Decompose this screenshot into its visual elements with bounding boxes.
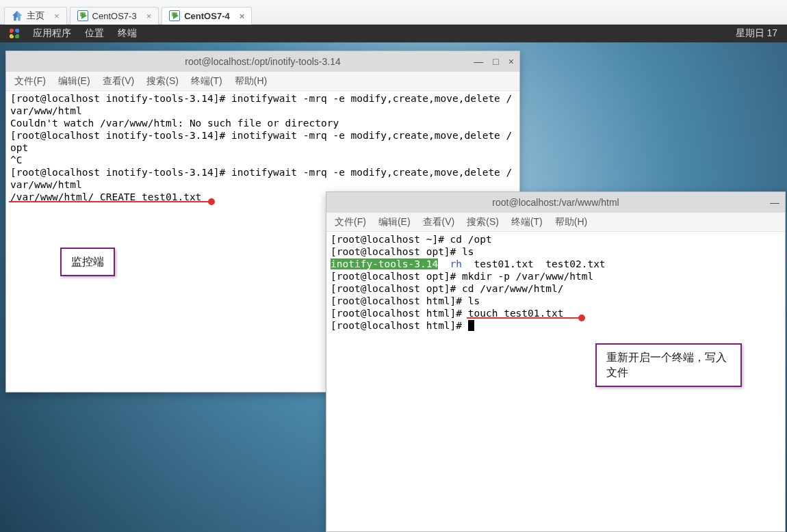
term-line: [root@localhost html]# ls <box>331 295 480 306</box>
menu-search[interactable]: 搜索(S) <box>467 216 499 228</box>
close-button[interactable]: × <box>508 56 514 67</box>
term-line: test01.txt test02.txt <box>462 258 606 269</box>
minimize-button[interactable]: — <box>770 197 779 208</box>
menu-terminal[interactable]: 终端(T) <box>511 216 543 228</box>
close-icon[interactable]: × <box>240 11 245 21</box>
annotation-underline <box>9 201 211 202</box>
desktop-top-bar: 应用程序 位置 终端 星期日 17 <box>0 25 787 42</box>
annotation-box-monitor: 监控端 <box>60 248 115 276</box>
term-line: [root@localhost inotify-tools-3.14]# ino… <box>10 130 512 153</box>
term-line: [root@localhost inotify-tools-3.14]# ino… <box>10 93 512 116</box>
annotation-text: 监控端 <box>71 256 104 267</box>
vm-tab-home[interactable]: 主页 × <box>4 7 67 25</box>
term-dir-name: rh <box>450 258 462 269</box>
menu-file[interactable]: 文件(F) <box>14 75 46 88</box>
menu-view[interactable]: 查看(V) <box>103 75 135 88</box>
term-line: [root@localhost opt]# mkdir -p /var/www/… <box>331 271 593 282</box>
play-icon <box>173 12 179 19</box>
vm-tab-centos7-4[interactable]: CentOS7-4 × <box>162 7 252 25</box>
window-titlebar[interactable]: root@localhost:/var/www/html — <box>326 192 785 213</box>
vm-tab-label: CentOS7-3 <box>92 11 137 21</box>
term-line: [root@localhost opt]# ls <box>331 246 474 257</box>
vm-tab-strip: 主页 × CentOS7-3 × CentOS7-4 × <box>0 0 787 25</box>
window-titlebar[interactable]: root@localhost:/opt/inotify-tools-3.14 —… <box>6 51 519 72</box>
terminal-cursor <box>468 320 474 331</box>
annotation-underline <box>467 317 582 319</box>
terminal-menubar: 文件(F) 编辑(E) 查看(V) 搜索(S) 终端(T) 帮助(H) <box>6 72 519 91</box>
vm-tab-label: CentOS7-4 <box>184 11 229 21</box>
clock-label[interactable]: 星期日 17 <box>736 27 777 40</box>
menu-edit[interactable]: 编辑(E) <box>58 75 90 88</box>
desktop-area: root@localhost:/opt/inotify-tools-3.14 —… <box>0 42 787 532</box>
menu-edit[interactable]: 编辑(E) <box>378 216 411 228</box>
home-icon <box>12 10 23 21</box>
term-line: [root@localhost inotify-tools-3.14]# ino… <box>10 167 512 190</box>
menu-help[interactable]: 帮助(H) <box>555 216 587 228</box>
menu-places[interactable]: 位置 <box>85 27 104 40</box>
terminal-menubar: 文件(F) 编辑(E) 查看(V) 搜索(S) 终端(T) 帮助(H) <box>326 213 785 232</box>
term-line: ^C <box>10 155 22 165</box>
maximize-button[interactable]: □ <box>493 56 498 67</box>
menu-applications[interactable]: 应用程序 <box>33 27 71 40</box>
menu-terminal[interactable]: 终端(T) <box>191 75 222 88</box>
annotation-box-writer: 重新开启一个终端，写入文件 <box>595 343 742 387</box>
activities-icon <box>10 29 19 38</box>
window-title: root@localhost:/opt/inotify-tools-3.14 <box>185 56 340 67</box>
term-line: Couldn't watch /var/www/html: No such fi… <box>10 118 339 129</box>
minimize-button[interactable]: — <box>474 56 483 67</box>
menu-terminal[interactable]: 终端 <box>118 27 137 40</box>
menu-help[interactable]: 帮助(H) <box>235 75 267 88</box>
annotation-text: 重新开启一个终端，写入文件 <box>606 351 727 378</box>
window-title: root@localhost:/var/www/html <box>492 197 619 208</box>
term-line: [root@localhost opt]# cd /var/www/html/ <box>331 283 563 294</box>
term-line: [root@localhost ~]# cd /opt <box>331 234 492 245</box>
menu-search[interactable]: 搜索(S) <box>146 75 179 88</box>
vm-tab-centos7-3[interactable]: CentOS7-3 × <box>70 7 159 25</box>
menu-view[interactable]: 查看(V) <box>423 216 455 228</box>
close-icon[interactable]: × <box>146 11 152 21</box>
vm-tab-home-label: 主页 <box>27 10 44 22</box>
term-dir-highlight: inotify-tools-3.14 <box>331 258 438 269</box>
close-icon[interactable]: × <box>54 11 60 21</box>
menu-file[interactable]: 文件(F) <box>335 216 366 228</box>
term-line: [root@localhost html]# <box>331 320 468 331</box>
play-icon <box>81 12 87 19</box>
